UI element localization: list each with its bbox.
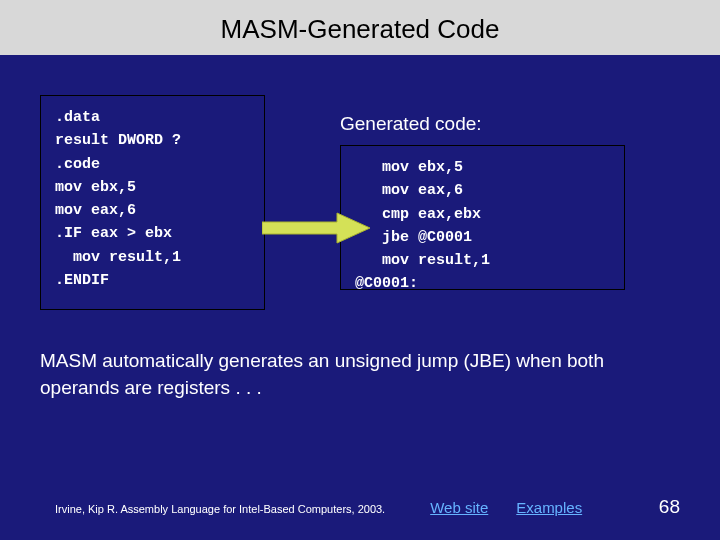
slide-title: MASM-Generated Code xyxy=(0,0,720,55)
source-code: .data result DWORD ? .code mov ebx,5 mov… xyxy=(55,106,250,292)
generated-code-box: mov ebx,5 mov eax,6 cmp eax,ebx jbe @C00… xyxy=(340,145,625,290)
arrow-right-icon xyxy=(262,211,372,245)
page-number: 68 xyxy=(659,496,680,518)
source-code-box: .data result DWORD ? .code mov ebx,5 mov… xyxy=(40,95,265,310)
footer: Irvine, Kip R. Assembly Language for Int… xyxy=(0,496,720,518)
generated-code: mov ebx,5 mov eax,6 cmp eax,ebx jbe @C00… xyxy=(355,156,610,296)
generated-code-label: Generated code: xyxy=(340,113,680,135)
web-site-link[interactable]: Web site xyxy=(430,499,488,516)
footer-links: Web site Examples xyxy=(430,499,582,516)
generated-column: Generated code: mov ebx,5 mov eax,6 cmp … xyxy=(285,95,680,310)
description-text: MASM automatically generates an unsigned… xyxy=(0,310,720,401)
content-area: .data result DWORD ? .code mov ebx,5 mov… xyxy=(0,55,720,310)
credit-text: Irvine, Kip R. Assembly Language for Int… xyxy=(55,503,385,515)
examples-link[interactable]: Examples xyxy=(516,499,582,516)
svg-marker-0 xyxy=(262,213,370,243)
